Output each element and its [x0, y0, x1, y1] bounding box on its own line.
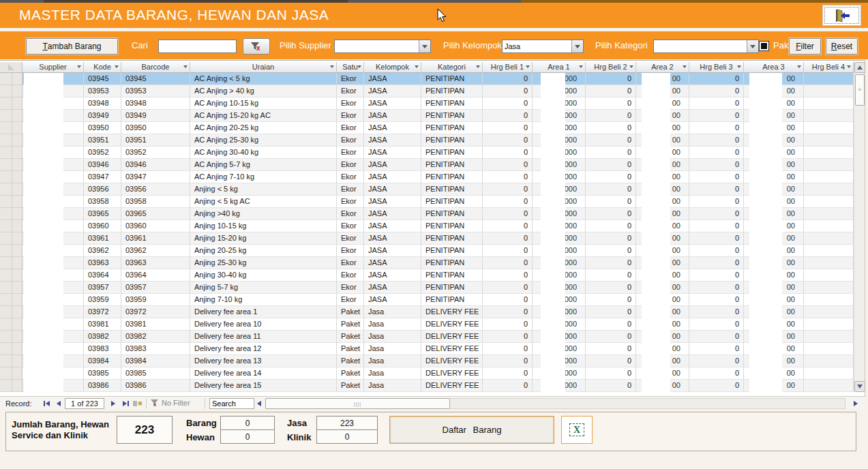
table-cell[interactable]: 03961	[84, 232, 121, 245]
table-cell[interactable]: PENITIPAN	[421, 73, 483, 85]
table-cell[interactable]: 03947	[84, 171, 121, 183]
table-cell[interactable]: 0	[586, 122, 636, 134]
table-cell[interactable]: 0	[689, 343, 744, 355]
table-cell[interactable]: Delivery fee area 12	[190, 343, 337, 355]
table-cell[interactable]: 03948	[84, 97, 121, 110]
table-cell[interactable]: Anjing 25-30 kg	[190, 257, 337, 269]
table-row[interactable]: 0396303963Anjing 25-30 kgEkorJASAPENITIP…	[23, 257, 854, 269]
column-filter-arrow-icon[interactable]	[415, 65, 419, 68]
table-cell[interactable]	[804, 73, 854, 85]
table-cell[interactable]	[804, 97, 854, 110]
chevron-down-icon[interactable]	[419, 40, 430, 52]
table-cell[interactable]: 0	[483, 269, 533, 282]
table-cell[interactable]: 03982	[84, 331, 121, 343]
table-row[interactable]: 0396203962Anjing 20-25 kgEkorJASAPENITIP…	[23, 245, 854, 257]
table-cell[interactable]: PENITIPAN	[421, 232, 483, 245]
table-cell[interactable]: 0	[586, 208, 636, 220]
table-cell[interactable]: 0	[483, 208, 533, 220]
first-record-button[interactable]	[41, 398, 52, 409]
table-row[interactable]: 0395003950AC Anjing 20-25 kgEkorJASAPENI…	[23, 122, 854, 134]
table-cell[interactable]: JASA	[364, 183, 421, 196]
vertical-scrollbar-thumb[interactable]: ≡	[855, 74, 865, 106]
table-cell[interactable]: 0	[586, 282, 636, 294]
table-cell[interactable]	[804, 367, 854, 380]
table-row[interactable]: 0398403984Delivery fee area 13PaketJasaD…	[23, 355, 854, 367]
table-row[interactable]: 0396003960Anjing 10-15 kgEkorJASAPENITIP…	[23, 220, 854, 232]
table-cell[interactable]: Paket	[337, 318, 364, 331]
table-cell[interactable]: 03972	[121, 306, 190, 318]
table-cell[interactable]: 03946	[121, 159, 190, 171]
table-cell[interactable]: DELIVERY FEE	[421, 331, 483, 343]
table-cell[interactable]: JASA	[364, 73, 421, 85]
table-cell[interactable]: PENITIPAN	[421, 257, 483, 269]
table-cell[interactable]: 03960	[121, 220, 190, 232]
table-cell[interactable]: Ekor	[337, 122, 364, 134]
table-cell[interactable]: 0	[689, 257, 744, 269]
table-cell[interactable]: 0	[483, 196, 533, 208]
table-cell[interactable]: Anjing 10-15 kg	[190, 220, 337, 232]
pakai-checkbox[interactable]	[759, 41, 769, 51]
daftar-barang-button[interactable]: Daftar Barang	[389, 416, 554, 444]
clear-filter-button[interactable]: x	[243, 38, 270, 55]
table-row[interactable]: 0396503965Anjing >40 kgEkorJASAPENITIPAN…	[23, 208, 854, 220]
table-cell[interactable]: 0	[689, 245, 744, 257]
table-cell[interactable]: PENITIPAN	[421, 122, 483, 134]
table-cell[interactable]: 0	[689, 282, 744, 294]
column-header-kelompok[interactable]: Kelompok	[364, 62, 421, 73]
table-cell[interactable]: Ekor	[337, 269, 364, 282]
table-cell[interactable]: PENITIPAN	[421, 183, 483, 196]
column-header-hrg-beli-3[interactable]: Hrg Beli 3	[689, 62, 744, 73]
table-cell[interactable]: Delivery fee area 11	[190, 331, 337, 343]
table-cell[interactable]: 03953	[84, 85, 121, 97]
table-row[interactable]: 0398503985Delivery fee area 14PaketJasaD…	[23, 367, 854, 380]
cari-input[interactable]	[158, 40, 237, 53]
table-cell[interactable]: Ekor	[337, 110, 364, 122]
table-row[interactable]: 0394503945AC Anjing < 5 kgEkorJASAPENITI…	[23, 73, 854, 85]
table-cell[interactable]: 0	[586, 147, 636, 159]
table-cell[interactable]: 03949	[121, 110, 190, 122]
table-cell[interactable]: 03965	[121, 208, 190, 220]
table-cell[interactable]: 03984	[121, 355, 190, 367]
table-cell[interactable]: 0	[483, 97, 533, 110]
table-row[interactable]: 0398303983Delivery fee area 12PaketJasaD…	[23, 343, 854, 355]
table-cell[interactable]: 0	[689, 97, 744, 110]
table-cell[interactable]: 0	[689, 294, 744, 306]
table-cell[interactable]: PENITIPAN	[421, 245, 483, 257]
table-cell[interactable]: Delivery fee area 15	[190, 380, 337, 392]
table-cell[interactable]: 0	[586, 343, 636, 355]
table-row[interactable]: 0396103961Anjing 15-20 kgEkorJASAPENITIP…	[23, 232, 854, 245]
table-cell[interactable]	[804, 282, 854, 294]
table-cell[interactable]: 0	[483, 122, 533, 134]
table-cell[interactable]: JASA	[364, 85, 421, 97]
table-row[interactable]: 0395903959Anjing 7-10 kgEkorJASAPENITIPA…	[23, 294, 854, 306]
table-row[interactable]: 0394803948AC Anjing 10-15 kgEkorJASAPENI…	[23, 97, 854, 110]
table-cell[interactable]: Paket	[337, 343, 364, 355]
table-cell[interactable]: JASA	[364, 134, 421, 147]
table-cell[interactable]: 03961	[121, 232, 190, 245]
select-all-corner[interactable]	[0, 62, 23, 73]
table-cell[interactable]: Anjing < 5 kg AC	[190, 196, 337, 208]
column-header-area-3[interactable]: Area 3	[744, 62, 804, 73]
table-cell[interactable]	[804, 208, 854, 220]
table-cell[interactable]: 0	[689, 208, 744, 220]
hscroll-right-button[interactable]	[850, 398, 861, 409]
table-cell[interactable]: PENITIPAN	[421, 220, 483, 232]
horizontal-scrollbar-thumb[interactable]: ||||	[265, 398, 450, 409]
table-cell[interactable]: Delivery fee area 13	[190, 355, 337, 367]
table-cell[interactable]: 03946	[84, 159, 121, 171]
column-header-hrg-beli-1[interactable]: Hrg Beli 1	[483, 62, 533, 73]
table-cell[interactable]: JASA	[364, 257, 421, 269]
table-cell[interactable]: 0	[586, 171, 636, 183]
table-cell[interactable]: JASA	[364, 245, 421, 257]
table-cell[interactable]: 0	[689, 367, 744, 380]
table-cell[interactable]: Paket	[337, 306, 364, 318]
table-cell[interactable]: Delivery fee area 10	[190, 318, 337, 331]
table-cell[interactable]: 0	[483, 257, 533, 269]
table-cell[interactable]: Ekor	[337, 282, 364, 294]
last-record-button[interactable]	[120, 398, 131, 409]
table-cell[interactable]: 0	[586, 294, 636, 306]
table-cell[interactable]: 0	[689, 269, 744, 282]
table-cell[interactable]: 0	[689, 331, 744, 343]
table-cell[interactable]: 0	[689, 306, 744, 318]
table-cell[interactable]: 03963	[84, 257, 121, 269]
